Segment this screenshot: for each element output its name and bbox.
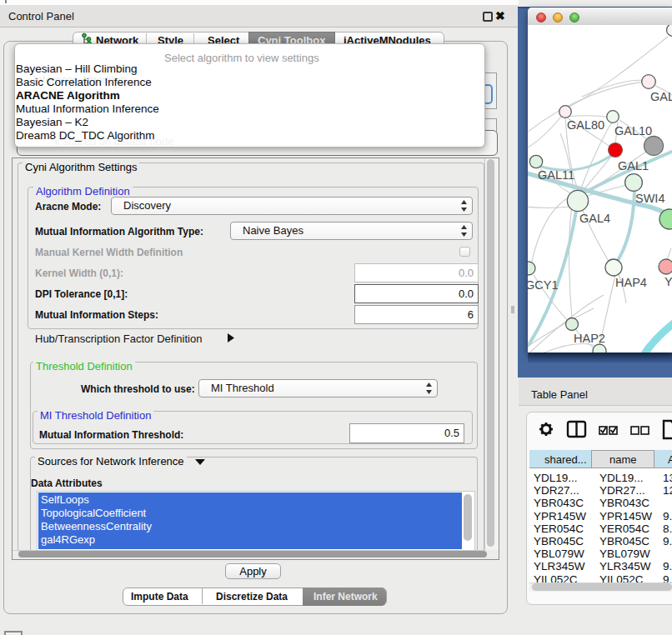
svg-text:GAL1: GAL1 — [618, 159, 649, 172]
svg-text:GCY1: GCY1 — [528, 278, 559, 292]
svg-text:GAL11: GAL11 — [538, 168, 574, 182]
svg-text:GAL10: GAL10 — [614, 124, 652, 138]
svg-text:GAL7: GAL7 — [650, 90, 672, 103]
svg-text:GAL4: GAL4 — [579, 212, 610, 225]
svg-text:HAP2: HAP2 — [574, 332, 605, 345]
svg-text:Y: Y — [664, 275, 672, 288]
svg-text:SWI4: SWI4 — [635, 192, 664, 205]
svg-text:GAL80: GAL80 — [567, 118, 604, 132]
svg-text:HAP4: HAP4 — [615, 276, 647, 289]
